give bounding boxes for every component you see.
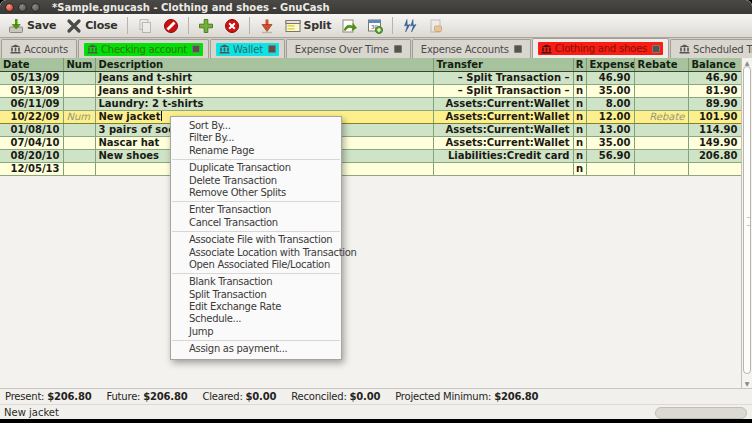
bank-icon xyxy=(219,44,230,54)
menu-item-jump[interactable]: Jump xyxy=(171,326,341,338)
column-header-reconcile[interactable]: R xyxy=(573,58,586,71)
menu-item-blank-transaction[interactable]: Blank Transaction xyxy=(171,276,341,288)
column-header-balance[interactable]: Balance xyxy=(688,58,741,71)
close-register-button[interactable]: Close xyxy=(62,15,121,36)
transfer-button[interactable] xyxy=(337,15,361,36)
tab-scheduled-transactions[interactable]: Scheduled Transactions xyxy=(670,39,752,58)
tab-label: Expense Accounts xyxy=(421,44,509,55)
window-close-button[interactable] xyxy=(5,3,14,12)
tab-checking-account[interactable]: Checking account xyxy=(78,39,209,58)
goto-blank-icon xyxy=(259,18,275,34)
menu-item-sort-by[interactable]: Sort By... xyxy=(171,120,341,132)
assign-as-payment-button[interactable] xyxy=(424,15,448,36)
tab-label: Scheduled Transactions xyxy=(693,44,752,55)
menu-separator xyxy=(172,273,340,274)
tab-accounts[interactable]: Accounts xyxy=(1,39,77,58)
status-text: New jacket xyxy=(0,407,59,418)
gnucash-window: *Sample.gnucash - Clothing and shoes - G… xyxy=(0,0,752,423)
tab-wallet[interactable]: Wallet xyxy=(210,39,285,58)
menu-item-filter-by[interactable]: Filter By... xyxy=(171,132,341,144)
summary-future: Future: $206.80 xyxy=(106,391,187,402)
cancel-icon xyxy=(163,18,179,34)
column-header-num[interactable]: Num xyxy=(63,58,95,71)
titlebar: *Sample.gnucash - Clothing and shoes - G… xyxy=(0,0,752,14)
tab-label: Checking account xyxy=(101,44,187,55)
tab-label: Expense Over Time xyxy=(295,44,389,55)
summary-present: Present: $206.80 xyxy=(5,391,91,402)
split-button[interactable]: Split xyxy=(281,15,336,36)
transaction-row-selected[interactable]: 10/22/09 Num New jacket Assets:Current:W… xyxy=(0,110,741,123)
tab-label: Accounts xyxy=(24,44,68,55)
menu-separator xyxy=(172,231,340,232)
window-title: *Sample.gnucash - Clothing and shoes - G… xyxy=(52,2,330,13)
payment-icon xyxy=(428,18,444,34)
menu-item-edit-exchange-rate[interactable]: Edit Exchange Rate xyxy=(171,301,341,313)
jump-button[interactable] xyxy=(398,15,422,36)
transaction-row[interactable]: 06/11/09 Laundry: 2 t-shirts Assets:Curr… xyxy=(0,97,741,110)
duplicate-transaction-button[interactable] xyxy=(133,15,157,36)
transaction-row[interactable]: 08/20/10 New shoes Liabilities:Credit ca… xyxy=(0,149,741,162)
bank-icon xyxy=(87,44,98,54)
scrollbar-thumb[interactable] xyxy=(743,66,751,374)
window-minimize-button[interactable] xyxy=(18,3,27,12)
tab-close-icon[interactable] xyxy=(514,45,522,53)
menu-item-split-transaction[interactable]: Split Transaction xyxy=(171,289,341,301)
menu-item-duplicate-transaction[interactable]: Duplicate Transaction xyxy=(171,162,341,174)
transaction-row[interactable]: 07/04/10 Nascar hat Assets:Current:Walle… xyxy=(0,136,741,149)
summary-reconciled: Reconciled: $0.00 xyxy=(291,391,380,402)
cancel-transaction-button[interactable] xyxy=(159,15,183,36)
column-header-expense[interactable]: Expense xyxy=(586,58,634,71)
transaction-row[interactable]: 05/13/09 Jeans and t-shirt – Split Trans… xyxy=(0,71,741,84)
bank-icon xyxy=(679,44,690,54)
tab-close-icon[interactable] xyxy=(268,45,276,53)
delete-transaction-button[interactable] xyxy=(220,15,244,36)
menu-item-open-associated[interactable]: Open Associated File/Location xyxy=(171,259,341,271)
menu-item-assign-as-payment[interactable]: Assign as payment... xyxy=(171,343,341,355)
transaction-register: Date Num Description Transfer R Expense … xyxy=(0,58,741,176)
column-header-date[interactable]: Date xyxy=(0,58,63,71)
menu-item-schedule[interactable]: Schedule... xyxy=(171,313,341,325)
menu-item-delete-transaction[interactable]: Delete Transaction xyxy=(171,175,341,187)
tab-close-icon[interactable] xyxy=(394,45,402,53)
scroll-up-icon[interactable]: ▲ xyxy=(742,59,752,66)
tab-expense-accounts[interactable]: Expense Accounts xyxy=(412,39,531,58)
menu-item-associate-location[interactable]: Associate Location with Transaction xyxy=(171,247,341,259)
close-icon xyxy=(66,18,82,34)
column-header-transfer[interactable]: Transfer xyxy=(433,58,573,71)
scroll-down-icon[interactable]: ▼ xyxy=(742,380,752,387)
summary-cleared: Cleared: $0.00 xyxy=(202,391,276,402)
transaction-row[interactable]: 01/08/10 3 pairs of socks Assets:Current… xyxy=(0,123,741,136)
transaction-row-blank[interactable]: 12/05/13 n xyxy=(0,162,741,175)
summary-bar: Present: $206.80 Future: $206.80 Cleared… xyxy=(0,388,752,404)
window-maximize-button[interactable] xyxy=(31,3,40,12)
jump-icon xyxy=(402,18,418,34)
menu-item-enter-transaction[interactable]: Enter Transaction xyxy=(171,204,341,216)
column-header-description[interactable]: Description xyxy=(95,58,433,71)
save-button[interactable]: Save xyxy=(4,15,60,36)
enter-transaction-button[interactable] xyxy=(194,15,218,36)
blank-transaction-button[interactable] xyxy=(255,15,279,36)
schedule-button[interactable]: 30 xyxy=(363,15,387,36)
vertical-scrollbar[interactable]: ▲ ▼ xyxy=(741,58,752,388)
column-header-rebate[interactable]: Rebate xyxy=(634,58,688,71)
tab-close-icon[interactable] xyxy=(192,45,200,53)
tab-expense-over-time[interactable]: Expense Over Time xyxy=(286,39,411,58)
status-bar: New jacket xyxy=(0,404,752,419)
menu-item-cancel-transaction[interactable]: Cancel Transaction xyxy=(171,217,341,229)
schedule-icon: 30 xyxy=(367,18,383,34)
menu-item-rename-page[interactable]: Rename Page xyxy=(171,145,341,157)
text-cursor xyxy=(161,111,162,121)
rebate-field[interactable]: Rebate xyxy=(634,110,688,123)
transfer-icon xyxy=(341,18,357,34)
transaction-row[interactable]: 05/13/09 Jeans and t-shirt – Split Trans… xyxy=(0,84,741,97)
scrollbar-grip xyxy=(747,217,750,226)
tab-clothing-and-shoes[interactable]: Clothing and shoes xyxy=(532,38,669,58)
menu-item-remove-other-splits[interactable]: Remove Other Splits xyxy=(171,187,341,199)
bank-icon xyxy=(10,44,21,54)
menu-item-associate-file[interactable]: Associate File with Transaction xyxy=(171,234,341,246)
num-field[interactable]: Num xyxy=(63,110,95,123)
tab-close-icon[interactable] xyxy=(652,45,660,53)
tab-bar: Accounts Checking account Wallet Expense… xyxy=(0,38,752,58)
delete-icon xyxy=(224,18,240,34)
duplicate-icon xyxy=(137,18,153,34)
